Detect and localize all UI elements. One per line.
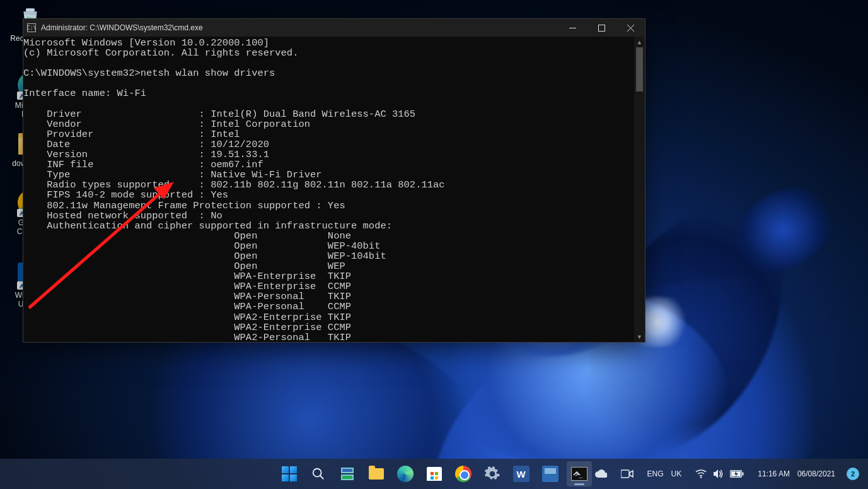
svg-point-4 (313, 469, 321, 477)
word-icon: W (513, 466, 529, 482)
wifi-icon (695, 469, 707, 478)
lang-secondary: UK (671, 469, 682, 478)
close-button[interactable] (616, 19, 645, 37)
volume-icon (713, 469, 724, 479)
battery-icon (730, 470, 744, 478)
taskbar-chrome[interactable] (451, 461, 476, 486)
app-icon (542, 466, 558, 482)
tray-overflow-button[interactable] (568, 461, 586, 486)
tray-quick-settings[interactable] (690, 461, 749, 486)
svg-rect-10 (435, 476, 438, 480)
search-button[interactable] (306, 461, 331, 486)
clock-date: 06/08/2021 (797, 469, 835, 478)
svg-rect-1 (598, 25, 605, 31)
window-title: Administrator: C:\WINDOWS\system32\cmd.e… (41, 23, 203, 32)
windows-icon (282, 466, 297, 481)
terminal-output[interactable]: Microsoft Windows [Version 10.0.22000.10… (23, 37, 634, 342)
onedrive-icon (594, 469, 607, 478)
taskbar-app[interactable] (538, 461, 563, 486)
clock-button[interactable]: 11:16 AM 06/08/2021 (753, 461, 838, 486)
svg-rect-8 (435, 472, 438, 475)
tray-meetnow[interactable] (616, 461, 639, 486)
system-tray: ENG UK 11:16 AM 06/08/2021 2 (568, 459, 864, 489)
start-button[interactable] (277, 461, 302, 486)
clock-time: 11:16 AM (758, 469, 790, 478)
taskbar-store[interactable] (422, 461, 447, 486)
svg-rect-9 (431, 476, 434, 480)
taskbar: W >_ ENG UK 11:16 AM 06/08/2021 2 (0, 459, 868, 489)
settings-icon (484, 466, 501, 482)
store-icon (427, 467, 442, 481)
svg-line-5 (320, 476, 323, 480)
chrome-icon (455, 466, 472, 482)
edge-icon (397, 466, 414, 482)
taskview-button[interactable] (335, 461, 360, 486)
svg-rect-15 (743, 473, 744, 476)
lang-primary: ENG (647, 469, 664, 478)
svg-rect-11 (621, 470, 629, 478)
language-indicator[interactable]: ENG UK (642, 461, 687, 486)
search-icon (311, 467, 325, 481)
taskbar-word[interactable]: W (509, 461, 534, 486)
svg-rect-7 (431, 472, 434, 475)
taskview-icon (341, 468, 354, 480)
cmd-icon: C:\ (27, 23, 36, 32)
scrollbar[interactable]: ▲ ▼ (634, 37, 645, 342)
cmd-window[interactable]: C:\ Administrator: C:\WINDOWS\system32\c… (23, 18, 645, 343)
chevron-up-icon (573, 470, 581, 478)
svg-point-12 (700, 476, 702, 478)
maximize-button[interactable] (587, 19, 616, 37)
meet-now-icon (621, 469, 634, 478)
explorer-icon (369, 468, 384, 480)
taskbar-center: W >_ (277, 461, 592, 486)
taskbar-edge[interactable] (393, 461, 418, 486)
notification-count: 2 (847, 468, 859, 480)
titlebar[interactable]: C:\ Administrator: C:\WINDOWS\system32\c… (23, 19, 645, 37)
notifications-button[interactable]: 2 (842, 461, 864, 486)
scroll-up-button[interactable]: ▲ (634, 37, 645, 47)
scroll-thumb[interactable] (636, 47, 643, 91)
minimize-button[interactable] (558, 19, 587, 37)
taskbar-explorer[interactable] (364, 461, 389, 486)
svg-rect-0 (26, 8, 35, 11)
taskbar-settings[interactable] (480, 461, 505, 486)
tray-onedrive[interactable] (589, 461, 612, 486)
svg-rect-6 (427, 469, 442, 481)
scroll-down-button[interactable]: ▼ (634, 331, 645, 342)
